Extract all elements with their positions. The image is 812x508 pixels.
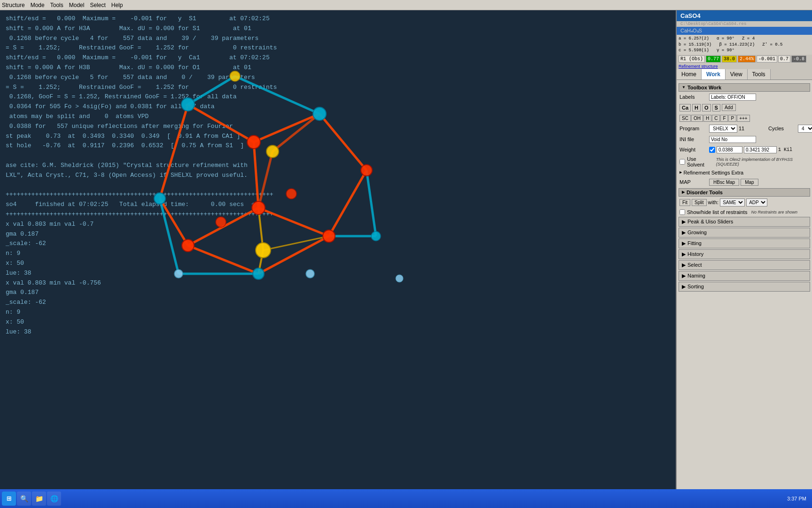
refine-arrow: ▶ [679, 170, 682, 175]
elem-s-btn[interactable]: S [712, 104, 720, 111]
disorder-tools-header[interactable]: ▶ Disorder Tools [679, 188, 810, 197]
tab-home[interactable]: Home [677, 69, 702, 79]
adp-toolbar: SC OH H C F P +++ [679, 114, 810, 123]
adp-p-btn[interactable]: P [728, 115, 736, 122]
program-select[interactable]: SHELXL SHELXS [709, 125, 737, 133]
taskbar-search[interactable]: 🔍 [17, 492, 31, 506]
cycles-select[interactable]: 4 8 16 [798, 125, 812, 133]
peak-sliders-label: Peak & Uiso Sliders [687, 219, 733, 224]
show-restraints-row: Show/hide list of restraints No Restrain… [679, 208, 810, 216]
ini-label: INI file [679, 136, 708, 142]
menu-mode[interactable]: Mode [31, 2, 45, 8]
molecule-visualization[interactable] [94, 48, 423, 330]
add-element-btn[interactable]: Add [722, 104, 736, 111]
elem-o-btn[interactable]: O [702, 104, 711, 111]
map-btn[interactable]: Map [741, 179, 758, 186]
param-b: b = 15.119(3) [679, 42, 711, 47]
adp-c-btn[interactable]: C [712, 115, 720, 122]
adp-h-btn[interactable]: H [703, 115, 711, 122]
cell-parameters: a = 6.257(2) α = 90° Z = 4 b = 15.119(3)… [677, 35, 812, 55]
peak-sliders-header[interactable]: ▶ Peak & Uiso Sliders [679, 217, 810, 226]
growing-header[interactable]: ▶ Growing [679, 228, 810, 237]
fit-btn[interactable]: Fit [679, 199, 690, 206]
growing-arrow: ▶ [682, 230, 686, 236]
adp-more-btn[interactable]: +++ [737, 115, 750, 122]
fitting-label: Fitting [687, 240, 702, 246]
param-beta: β = 114.223(2) [719, 42, 755, 47]
select-section: ▶ Select [679, 260, 810, 270]
refinement-structure-link[interactable]: Refinement structure [679, 64, 718, 69]
tab-tools[interactable]: Tools [748, 69, 771, 79]
split-adp-select[interactable]: ADP ISO [746, 198, 767, 206]
tab-view[interactable]: View [726, 69, 748, 79]
start-button[interactable]: ⊞ [2, 492, 16, 506]
menu-model[interactable]: Model [69, 2, 85, 8]
menu-select[interactable]: Select [90, 2, 105, 8]
svg-line-6 [320, 114, 367, 170]
fitting-arrow: ▶ [682, 240, 686, 246]
refine-settings-row[interactable]: ▶ Refinement Settings Extra [679, 169, 810, 176]
show-restraints-label: Show/hide list of restraints [687, 209, 747, 215]
program-label: Program [679, 126, 708, 131]
menu-structure[interactable]: Structure [2, 2, 25, 8]
hbsc-map-btn[interactable]: HBsc Map [709, 179, 739, 186]
taskbar-browser[interactable]: 🌐 [47, 492, 61, 506]
menu-help[interactable]: Help [111, 2, 123, 8]
weight-input1[interactable] [717, 146, 742, 153]
use-solvent-checkbox[interactable] [679, 159, 685, 165]
weight-kil: 1 Kil [778, 147, 792, 152]
history-section: ▶ History [679, 249, 810, 259]
param-zprime: Z' = 0.5 [762, 42, 782, 47]
search-icon: 🔍 [20, 495, 28, 503]
svg-point-27 [256, 243, 271, 258]
sorting-label: Sorting [687, 284, 704, 289]
weight-checkbox[interactable] [709, 147, 715, 153]
svg-line-11 [258, 151, 273, 208]
ini-input[interactable] [709, 136, 756, 143]
svg-line-2 [254, 142, 258, 208]
svg-point-30 [247, 135, 260, 149]
fitting-header[interactable]: ▶ Fitting [679, 239, 810, 248]
ini-row: INI file [679, 135, 810, 144]
history-header[interactable]: ▶ History [679, 250, 810, 259]
svg-line-18 [235, 76, 320, 114]
tab-work[interactable]: Work [702, 69, 726, 79]
labels-input[interactable] [709, 94, 756, 101]
naming-section: ▶ Naming [679, 271, 810, 281]
svg-point-29 [230, 71, 240, 81]
naming-header[interactable]: ▶ Naming [679, 271, 810, 280]
select-header[interactable]: ▶ Select [679, 261, 810, 270]
adp-f-btn[interactable]: F [720, 115, 728, 122]
elem-h-btn[interactable]: H [692, 104, 701, 111]
windows-icon: ⊞ [7, 494, 11, 503]
svg-line-5 [329, 170, 367, 236]
wr2-value: 38.0 [722, 56, 737, 63]
sorting-header[interactable]: ▶ Sorting [679, 282, 810, 291]
show-restraints-checkbox[interactable] [679, 209, 685, 215]
split-same-select[interactable]: SAME FREE [720, 198, 745, 206]
weight-input2[interactable] [744, 146, 777, 153]
nav-tabs: Home Work View Tools [677, 69, 812, 80]
taskbar-clock: 3:37 PM [787, 496, 810, 501]
elem-ca-btn[interactable]: Ca [679, 104, 691, 111]
svg-point-31 [252, 201, 265, 214]
svg-line-8 [188, 246, 258, 274]
taskbar-file-explorer[interactable]: 📁 [32, 492, 46, 506]
toolbox-work-label: Toolbox Work [687, 85, 721, 90]
toolbox-work-header[interactable]: ▼ Toolbox Work [679, 83, 810, 92]
section-arrow: ▼ [682, 85, 686, 89]
svg-line-15 [367, 170, 376, 236]
adp-oh-btn[interactable]: OH [691, 115, 703, 122]
map-label: MAP [679, 179, 708, 185]
svg-line-0 [188, 104, 254, 142]
adp-sc-btn[interactable]: SC [679, 115, 691, 122]
svg-point-35 [286, 189, 297, 199]
svg-line-4 [258, 208, 329, 236]
param-z: Z = 4 [742, 36, 755, 41]
select-label: Select [687, 262, 702, 268]
menu-tools[interactable]: Tools [50, 2, 63, 8]
clock-time: 3:37 PM [787, 496, 806, 501]
stats-row: R1 (Obs) 0.77 38.0 2.44% -0.001 0.7 -0.8 [677, 55, 812, 64]
svg-point-34 [361, 165, 372, 176]
split-btn[interactable]: Split [692, 199, 706, 206]
